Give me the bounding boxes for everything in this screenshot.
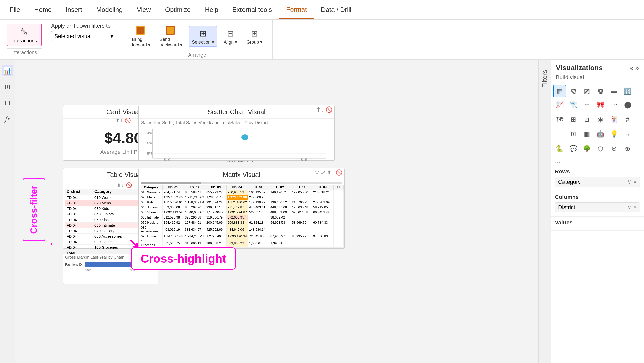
cross-filter-text: Cross-filter: [29, 186, 39, 234]
viz-panel-title: Visualizations: [556, 64, 603, 72]
matrix-expand-icon[interactable]: ⤢: [321, 169, 325, 176]
viz-icon-100-bar[interactable]: ▨: [581, 85, 593, 97]
group-icon: ⊞: [249, 28, 260, 39]
align-button[interactable]: ⊟ Align ▾: [221, 26, 240, 46]
viz-columns-chevron[interactable]: ∨: [627, 204, 631, 211]
viz-icon-gauge[interactable]: ◉: [594, 113, 607, 126]
viz-icon-bar[interactable]: ▦: [553, 85, 566, 97]
viz-icon-smart[interactable]: ⬡: [594, 142, 607, 155]
group-button[interactable]: ⊞ Group ▾: [244, 26, 265, 46]
viz-icon-ai1[interactable]: 🤖: [594, 128, 607, 140]
svg-point-8: [242, 134, 248, 140]
viz-rows-field: Category ∨ ×: [555, 177, 640, 187]
selected-visual-dropdown[interactable]: Selected visual ▾: [51, 31, 116, 41]
scatter-subtitle: Sales Per Sq Ft, Total Sales Ver % and T…: [139, 119, 334, 127]
viz-icon-treemap[interactable]: ⊞: [567, 113, 580, 126]
scatter-no-filter-icon[interactable]: 🚫: [326, 106, 332, 113]
viz-icon-ribbon[interactable]: 🎀: [594, 98, 607, 111]
sidebar-icon-model[interactable]: ⊟: [2, 97, 13, 108]
menu-bar: File Home Insert Modeling View Optimize …: [0, 0, 644, 20]
menu-format[interactable]: Format: [279, 0, 314, 19]
align-icon: ⊟: [225, 28, 236, 39]
viz-icons-row1: ▦ ▧ ▨ ▩ ▬ 🔢: [551, 83, 644, 97]
col-category: Category: [93, 189, 143, 195]
bring-forward-button[interactable]: Bringforward ▾: [129, 24, 153, 49]
interactions-label: Interactions: [11, 38, 37, 44]
menu-modeling[interactable]: Modeling: [89, 0, 130, 19]
sidebar-icon-bar-chart[interactable]: 📊: [2, 65, 13, 76]
table-sub-filter[interactable]: 🚫: [126, 182, 132, 188]
table-sub-drill[interactable]: ⬆↓: [117, 182, 124, 188]
matrix-filter-icon[interactable]: ▽: [315, 169, 319, 176]
viz-rows-chevron[interactable]: ∨: [627, 179, 631, 185]
viz-icon-line-cluster[interactable]: 〰: [581, 98, 593, 111]
viz-columns-close[interactable]: ×: [633, 204, 637, 211]
apply-drill-label: Apply drill down filters to: [51, 23, 116, 29]
interactions-section-label: Interactions: [7, 48, 42, 57]
matrix-col-u03: U_03: [291, 185, 312, 190]
viz-icon-area[interactable]: 📉: [567, 98, 580, 111]
viz-icon-custom2[interactable]: ⊕: [621, 142, 634, 155]
bring-forward-label: Bringforward ▾: [132, 37, 150, 48]
viz-rows-close[interactable]: ×: [633, 179, 637, 185]
viz-icon-matrix[interactable]: ▦: [581, 128, 593, 140]
viz-icon-ai2[interactable]: 💡: [608, 128, 620, 140]
viz-icon-custom1[interactable]: ⊛: [608, 142, 620, 155]
viz-panel-subtitle: Build visual: [556, 74, 639, 81]
viz-icon-pie[interactable]: ⬤: [621, 98, 634, 111]
sidebar-icon-dax[interactable]: 𝑓𝑥: [2, 113, 13, 124]
menu-insert[interactable]: Insert: [59, 0, 89, 19]
matrix-row: 070 Hosiery194,419.92167,484.61200,645.6…: [140, 220, 344, 225]
menu-optimize[interactable]: Optimize: [158, 0, 198, 19]
viz-icon-cluster-bar[interactable]: ▩: [594, 85, 607, 97]
viz-icon-scatter[interactable]: ⋯: [608, 98, 620, 111]
send-backward-icon: [165, 25, 177, 37]
interactions-button[interactable]: ✎ Interactions: [7, 24, 42, 46]
viz-icon-waterfall[interactable]: 🔢: [621, 85, 634, 97]
viz-icon-decomp[interactable]: 🌳: [581, 142, 593, 155]
viz-icon-line[interactable]: 📈: [553, 98, 566, 111]
viz-icon-table[interactable]: ⊞: [567, 128, 580, 140]
viz-collapse-icon[interactable]: «: [630, 64, 633, 72]
arrange-buttons: Bringforward ▾ Sendbackward ▾ ⊞ Selectio…: [129, 22, 265, 51]
matrix-scrollbar[interactable]: [141, 182, 342, 184]
cross-highlight-annotation: Cross-highlight: [131, 247, 236, 270]
svg-text:6%: 6%: [147, 141, 152, 145]
menu-external-tools[interactable]: External tools: [225, 0, 279, 19]
send-backward-button[interactable]: Sendbackward ▾: [157, 24, 185, 49]
viz-icon-python[interactable]: 🐍: [553, 142, 566, 155]
viz-icon-slicer[interactable]: ≡: [553, 128, 566, 140]
card-drill-down-icon[interactable]: ⬆↓: [116, 117, 123, 123]
viz-icon-map[interactable]: 🗺: [553, 113, 566, 126]
matrix-row: 080 Accessories403,019.19381,634.67425,9…: [140, 225, 344, 234]
viz-icon-qa[interactable]: 💬: [567, 142, 580, 155]
menu-file[interactable]: File: [3, 0, 27, 19]
viz-rows-section: Rows Category ∨ ×: [551, 166, 644, 191]
viz-icon-funnel[interactable]: ⊿: [581, 113, 593, 126]
card-filter-icon[interactable]: 🚫: [125, 117, 131, 123]
menu-home[interactable]: Home: [27, 0, 59, 19]
viz-icon-r[interactable]: R: [621, 128, 634, 140]
selection-button[interactable]: ⊞ Selection ▾: [189, 26, 217, 47]
filters-tab[interactable]: Filters: [539, 65, 551, 93]
viz-icon-h-bar[interactable]: ▬: [608, 85, 620, 97]
sidebar-icon-table[interactable]: ⊞: [2, 81, 13, 92]
viz-icon-stacked-bar[interactable]: ▧: [567, 85, 580, 97]
viz-icons-row5: 🐍 💬 🌳 ⬡ ⊛ ⊕: [551, 141, 644, 156]
menu-data-drill[interactable]: Data / Drill: [314, 0, 358, 19]
canvas: ⬆↓ 🚫 Card Visual ⬆↓ 🚫 $4.80 Average Unit…: [15, 60, 538, 363]
menu-help[interactable]: Help: [198, 0, 225, 19]
apply-drill-section: Apply drill down filters to Selected vis…: [46, 20, 122, 59]
matrix-drill-icon[interactable]: ⬆↓: [327, 169, 334, 176]
matrix-row: 090 Home1,147,027.481,234,285.411,279,64…: [140, 234, 344, 239]
viz-icon-kpi[interactable]: #: [621, 113, 634, 126]
viz-expand-icon[interactable]: »: [635, 64, 639, 72]
matrix-row: 020 Mens1,257,082.461,211,218.621,283,71…: [140, 195, 344, 200]
viz-icon-card[interactable]: 🃏: [608, 113, 620, 126]
scatter-header-icons: ⬆↓ 🚫: [316, 106, 332, 113]
cross-filter-arrow: ←: [48, 236, 60, 251]
menu-view[interactable]: View: [130, 0, 158, 19]
matrix-no-filter-icon[interactable]: 🚫: [336, 169, 342, 176]
scatter-drill-icon[interactable]: ⬆↓: [316, 106, 324, 113]
svg-text:8%: 8%: [147, 152, 152, 155]
